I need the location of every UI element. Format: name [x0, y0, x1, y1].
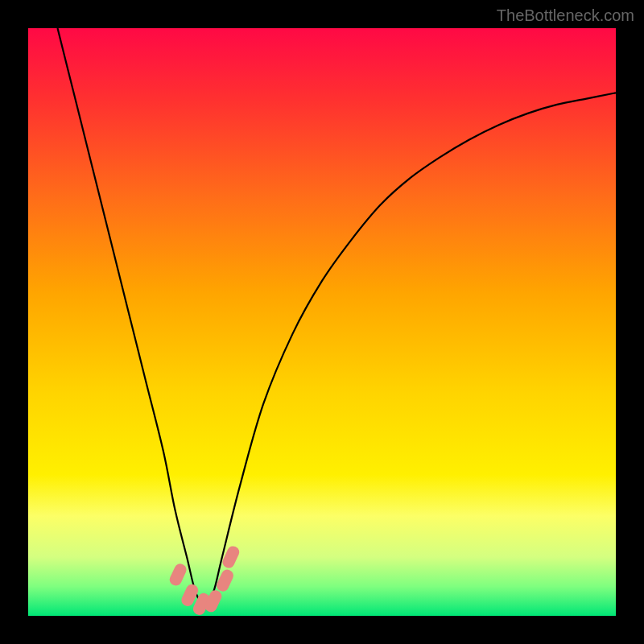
chart-svg — [28, 28, 616, 616]
watermark-text: TheBottleneck.com — [497, 6, 634, 25]
gradient-background — [28, 28, 616, 616]
plot-area — [28, 28, 616, 616]
chart-container: TheBottleneck.com — [0, 0, 644, 644]
